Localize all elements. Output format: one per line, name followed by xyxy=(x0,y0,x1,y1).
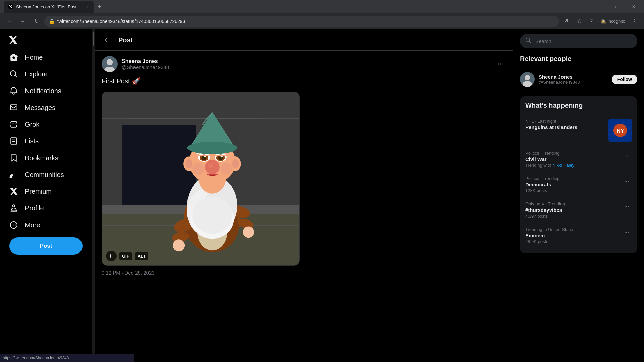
profile-nav-icon xyxy=(9,204,18,213)
sidebar-item-notifications[interactable]: Notifications xyxy=(4,82,88,99)
scroll-indicator xyxy=(92,29,95,362)
sidebar-item-messages[interactable]: Messages xyxy=(4,99,88,116)
status-bar: https://twitter.com/SheenaJone49348 xyxy=(0,354,134,362)
more-menu-button[interactable]: ⋮ xyxy=(629,16,640,27)
incognito-icon: 🕵 xyxy=(601,19,606,24)
svg-point-51 xyxy=(220,163,232,175)
browser-tabs: Sheena Jones on X: "First Post ... × + xyxy=(3,1,106,13)
svg-text:NY: NY xyxy=(616,128,624,134)
tweet-gif-image xyxy=(102,92,299,265)
tweet-display-name[interactable]: Sheena Jones xyxy=(122,58,491,64)
address-bar[interactable]: 🔒 twitter.com/SheenaJone49348/status/174… xyxy=(44,16,559,27)
close-button[interactable]: ✕ xyxy=(626,1,641,13)
tweet-media[interactable]: GIF ALT xyxy=(102,92,300,266)
follow-button[interactable]: Follow xyxy=(612,75,637,84)
eminem-name: Eminem xyxy=(525,233,617,238)
trending-item-civil-war[interactable]: Politics · Trending Civil War Trending w… xyxy=(525,146,632,172)
sidebar-item-home[interactable]: Home xyxy=(4,49,88,66)
civil-war-category: Politics · Trending xyxy=(525,150,617,156)
sidebar-grok-label: Grok xyxy=(25,121,39,128)
tweet-more-button[interactable] xyxy=(495,58,506,70)
browser-toolbar: ← → ↻ 🔒 twitter.com/SheenaJone49348/stat… xyxy=(0,13,644,29)
eminem-info: Trending in United States Eminem 28.9K p… xyxy=(525,227,617,244)
sidebar-item-grok[interactable]: Grok xyxy=(4,116,88,133)
search-input[interactable] xyxy=(535,38,632,44)
pause-button[interactable] xyxy=(106,251,117,261)
trending-item-thursdayvibes[interactable]: Only on X · Trending #thursdayvibes 4,39… xyxy=(525,197,632,223)
thursdayvibes-count: 4,397 posts xyxy=(525,214,617,219)
sidebar-item-lists[interactable]: Lists xyxy=(4,133,88,149)
minimize-button[interactable]: ─ xyxy=(592,1,608,13)
sidebar-item-communities[interactable]: Communities xyxy=(4,166,88,183)
sidebar-bookmarks-label: Bookmarks xyxy=(25,154,58,162)
civil-war-name: Civil War xyxy=(525,156,617,162)
bookmark-star-icon[interactable]: ☆ xyxy=(574,16,585,27)
main-content: Post Sheena Jones @SheenaJone49348 xyxy=(95,29,513,362)
civil-war-count: Trending with Nikki Haley xyxy=(525,163,617,168)
lock-icon: 🔒 xyxy=(49,19,55,24)
trending-item-democrats[interactable]: Politics · Trending Democrats 128K posts xyxy=(525,172,632,197)
thursdayvibes-name: #thursdayvibes xyxy=(525,207,617,213)
back-nav-button[interactable]: ← xyxy=(4,16,15,27)
relevant-person-name[interactable]: Sheena Jones xyxy=(539,74,608,80)
incognito-badge: 🕵 Incognito xyxy=(598,17,628,25)
sidebar-item-profile[interactable]: Profile xyxy=(4,200,88,217)
sidebar: Home Explore Notifications Messages Grok xyxy=(0,29,92,362)
twitter-logo[interactable] xyxy=(4,32,88,48)
sidebar-item-explore[interactable]: Explore xyxy=(4,66,88,82)
trending-item-eminem[interactable]: Trending in United States Eminem 28.9K p… xyxy=(525,223,632,248)
civil-war-more-button[interactable] xyxy=(621,150,632,161)
svg-point-22 xyxy=(173,239,185,251)
whats-happening-section: What's happening NHL · Last night Pengui… xyxy=(520,96,637,253)
svg-point-34 xyxy=(208,163,213,168)
nikki-haley-link[interactable]: Nikki Haley xyxy=(552,163,574,168)
browser-titlebar: Sheena Jones on X: "First Post ... × + ─… xyxy=(0,0,644,13)
sidebar-home-label: Home xyxy=(25,54,43,61)
tab-title: Sheena Jones on X: "First Post ... xyxy=(16,4,82,9)
right-sidebar: Relevant people Sheena Jones @SheenaJone… xyxy=(513,29,644,362)
democrats-name: Democrats xyxy=(525,182,617,187)
svg-point-30 xyxy=(192,197,232,234)
tweet-handle[interactable]: @SheenaJone49348 xyxy=(122,64,491,70)
post-title: Post xyxy=(118,36,133,44)
active-tab[interactable]: Sheena Jones on X: "First Post ... × xyxy=(4,1,94,13)
sidebar-premium-label: Premium xyxy=(25,188,52,195)
maximize-button[interactable]: □ xyxy=(609,1,625,13)
sidebar-item-more[interactable]: More xyxy=(4,217,88,233)
tweet-user-info: Sheena Jones @SheenaJone49348 xyxy=(122,58,491,70)
new-tab-button[interactable]: + xyxy=(95,2,104,11)
relevant-person-info: Sheena Jones @SheenaJone49348 xyxy=(539,74,608,85)
sidebar-more-label: More xyxy=(25,221,40,229)
grok-icon xyxy=(9,120,18,129)
alt-tag[interactable]: ALT xyxy=(135,252,148,260)
tab-close-button[interactable]: × xyxy=(84,4,90,9)
eminem-more-button[interactable] xyxy=(621,227,632,238)
thursdayvibes-category: Only on X · Trending xyxy=(525,201,617,206)
reload-button[interactable]: ↻ xyxy=(31,16,42,27)
notifications-icon xyxy=(9,86,18,95)
democrats-info: Politics · Trending Democrats 128K posts xyxy=(525,176,617,193)
more-icon xyxy=(9,221,18,229)
relevant-person-avatar[interactable] xyxy=(520,72,535,87)
profile-icon[interactable]: ⊡ xyxy=(586,16,597,27)
communities-icon xyxy=(9,170,18,179)
browser-chrome: Sheena Jones on X: "First Post ... × + ─… xyxy=(0,0,644,29)
trending-item-nhl[interactable]: NHL · Last night Penguins at Islanders N… xyxy=(525,115,632,146)
back-button[interactable] xyxy=(102,34,113,46)
explore-icon xyxy=(9,70,18,78)
forward-nav-button[interactable]: → xyxy=(17,16,28,27)
eminem-category: Trending in United States xyxy=(525,227,617,232)
thursdayvibes-more-button[interactable] xyxy=(621,201,632,212)
search-bar[interactable] xyxy=(520,34,637,48)
civil-war-info: Politics · Trending Civil War Trending w… xyxy=(525,150,617,168)
messages-icon xyxy=(9,103,18,112)
post-button[interactable]: Post xyxy=(9,237,83,255)
sidebar-item-premium[interactable]: Premium xyxy=(4,183,88,200)
sidebar-lists-label: Lists xyxy=(25,137,39,145)
sidebar-item-bookmarks[interactable]: Bookmarks xyxy=(4,149,88,166)
tweet-user-row: Sheena Jones @SheenaJone49348 xyxy=(102,56,506,72)
eye-slash-icon[interactable]: 👁 xyxy=(562,16,573,27)
democrats-more-button[interactable] xyxy=(621,176,632,187)
svg-point-1 xyxy=(107,59,113,65)
gif-tag[interactable]: GIF xyxy=(119,252,132,260)
